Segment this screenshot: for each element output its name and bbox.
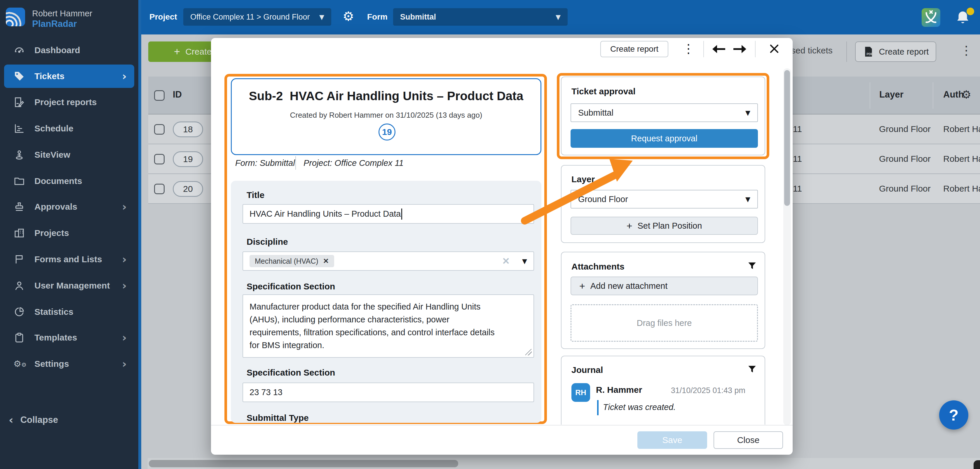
select-all-checkbox[interactable] — [154, 90, 165, 101]
building-icon — [13, 227, 25, 239]
spec-section2-input[interactable]: 23 73 13 — [242, 383, 534, 402]
sidebar-item-settings[interactable]: ⚙⚙ Settings › — [4, 352, 134, 376]
journal-author: R. Hammer — [596, 385, 642, 395]
clear-selection-icon[interactable]: ✕ — [502, 255, 510, 266]
attachments-title: Attachments — [571, 262, 625, 271]
sidebar-item-templates[interactable]: Templates › — [4, 326, 134, 349]
sidebar: Robert Hammer PlanRadar Dashboard Ticket… — [0, 0, 141, 469]
layer-cell: Ground Floor — [879, 154, 931, 164]
sidebar-item-statistics[interactable]: Statistics — [4, 300, 134, 324]
spec-section2-value: 23 73 13 — [250, 388, 283, 397]
spec-section-textarea[interactable]: Manufacturer product data for the specif… — [242, 294, 534, 358]
close-icon[interactable] — [769, 44, 779, 54]
chevron-right-icon: › — [122, 279, 134, 292]
title-input[interactable]: HVAC Air Handling Units – Product Data — [242, 204, 534, 224]
sidebar-item-siteview[interactable]: SiteView — [4, 143, 134, 166]
sidebar-collapse-button[interactable]: ‹ Collapse — [9, 413, 58, 426]
layer-column-header[interactable]: Layer — [879, 89, 904, 100]
avatar: RH — [571, 383, 590, 402]
attachments-card: Attachments + Add new attachment Drag fi… — [561, 252, 765, 349]
modal-kebab-menu-icon[interactable]: ⋮ — [682, 43, 695, 55]
modal-scrollbar-thumb[interactable] — [784, 70, 790, 206]
close-button[interactable]: Close — [714, 431, 783, 449]
row-checkbox[interactable] — [154, 124, 165, 135]
approval-form-select[interactable]: Submittal ▼ — [571, 104, 758, 122]
chevron-right-icon: › — [122, 200, 134, 213]
chip-remove-icon[interactable]: ✕ — [323, 257, 329, 265]
spec-section-value: Manufacturer product data for the specif… — [250, 300, 501, 352]
project-selector[interactable]: Office Complex 11 > Ground Floor ▼ — [183, 8, 331, 26]
sidebar-user-name: Robert Hammer — [32, 9, 92, 18]
plus-icon: + — [174, 46, 180, 58]
chevron-right-icon: › — [122, 331, 134, 344]
row-checkbox[interactable] — [154, 184, 165, 194]
sidebar-item-tickets[interactable]: Tickets › — [4, 65, 134, 88]
plus-icon: + — [579, 280, 585, 292]
form-selector[interactable]: Submittal ▼ — [393, 8, 568, 26]
form-label: Form — [367, 12, 388, 22]
discipline-chip[interactable]: Mechanical (HVAC) ✕ — [250, 255, 334, 267]
sidebar-item-label: Dashboard — [35, 45, 80, 55]
column-settings-gear-icon[interactable]: ⚙ — [961, 88, 971, 101]
sidebar-item-forms-and-lists[interactable]: Forms and Lists › — [4, 248, 134, 271]
author-column-header[interactable]: Auth — [943, 89, 964, 100]
layer-cell: Ground Floor — [879, 124, 931, 134]
file-dropzone[interactable]: Drag files here — [571, 304, 758, 342]
sidebar-item-label: SiteView — [35, 150, 70, 160]
ticket-title: Sub-2 HVAC Air Handling Units – Product … — [232, 89, 541, 103]
modal-create-report-button[interactable]: Create report — [600, 41, 668, 57]
discipline-multiselect[interactable]: Mechanical (HVAC) ✕ ✕ ▼ — [242, 251, 534, 271]
footer-divider — [211, 425, 793, 426]
sidebar-item-label: Statistics — [35, 307, 73, 317]
author-cell: Robert Ha — [943, 184, 980, 194]
schedule-icon — [13, 123, 25, 134]
author-cell: Robert Ha — [943, 124, 980, 134]
filter-funnel-icon[interactable] — [747, 364, 757, 374]
tag-icon — [13, 70, 25, 82]
id-column-header[interactable]: ID — [173, 89, 182, 100]
create-report-label: Create report — [879, 47, 929, 57]
submittal-type-field-label: Submittal Type — [247, 413, 309, 423]
folder-icon — [13, 175, 25, 187]
save-button[interactable]: Save — [637, 431, 707, 449]
sidebar-item-approvals[interactable]: Approvals › — [4, 195, 134, 219]
notification-dot — [967, 8, 974, 15]
horizontal-scrollbar-thumb[interactable] — [149, 460, 458, 467]
sidebar-item-projects[interactable]: Projects — [4, 221, 134, 245]
create-report-button-background[interactable]: PDF Create report — [855, 41, 936, 62]
textarea-resize-handle[interactable] — [525, 349, 532, 356]
sidebar-item-label: Forms and Lists — [35, 254, 102, 264]
sidebar-item-project-reports[interactable]: Project reports — [4, 91, 134, 114]
table-kebab-menu-icon[interactable]: ⋮ — [960, 45, 972, 57]
toolbar-divider — [846, 41, 847, 62]
help-button[interactable]: ? — [939, 400, 968, 429]
column-divider — [933, 82, 933, 108]
sidebar-item-dashboard[interactable]: Dashboard — [4, 38, 134, 62]
row-checkbox[interactable] — [154, 154, 165, 164]
request-approval-button[interactable]: Request approval — [571, 129, 758, 148]
set-plan-position-label: Set Plan Position — [638, 221, 702, 231]
chevron-down-icon[interactable]: ▼ — [522, 258, 527, 265]
sidebar-item-label: Documents — [35, 176, 82, 186]
sidebar-item-label: Tickets — [35, 71, 65, 81]
connect-app-icon[interactable] — [922, 8, 940, 27]
previous-ticket-arrow-icon[interactable] — [712, 45, 726, 54]
title-input-value: HVAC Air Handling Units – Product Data — [250, 209, 401, 219]
next-ticket-arrow-icon[interactable] — [733, 45, 747, 54]
sidebar-item-label: Project reports — [35, 97, 97, 107]
meta-divider — [295, 156, 296, 170]
sidebar-item-documents[interactable]: Documents — [4, 169, 134, 193]
sidebar-item-label: Templates — [35, 333, 77, 343]
topbar: Project Office Complex 11 > Ground Floor… — [141, 0, 980, 35]
sidebar-item-schedule[interactable]: Schedule — [4, 117, 134, 140]
project-settings-gear-icon[interactable]: ⚙ — [343, 9, 354, 24]
author-cell: Robert Ha — [943, 154, 980, 164]
project-selector-value: Office Complex 11 > Ground Floor — [190, 13, 310, 22]
chevron-right-icon: › — [122, 70, 134, 83]
notifications-bell-icon[interactable] — [954, 10, 971, 26]
ticket-form-panel: Title HVAC Air Handling Units – Product … — [231, 181, 541, 423]
save-label: Save — [662, 435, 682, 445]
filter-funnel-icon[interactable] — [747, 260, 757, 271]
add-attachment-button[interactable]: + Add new attachment — [571, 276, 758, 295]
sidebar-item-user-management[interactable]: User Management › — [4, 274, 134, 297]
